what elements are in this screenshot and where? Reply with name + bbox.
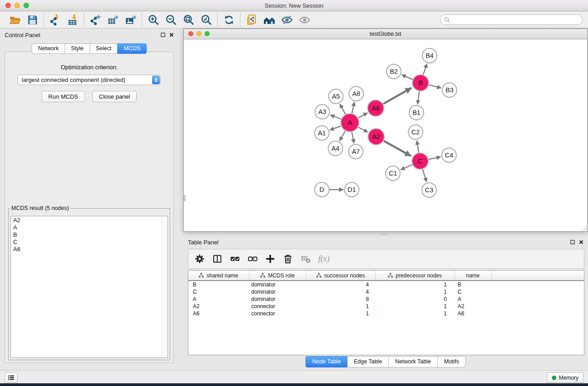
- graph-edge-C-C1[interactable]: [401, 165, 412, 170]
- zoom-fit-button[interactable]: [182, 13, 195, 26]
- graph-node-B2[interactable]: B2: [387, 64, 401, 79]
- graph-node-A3[interactable]: A3: [315, 105, 330, 119]
- hide-selected-button[interactable]: [280, 13, 293, 26]
- add-column-button[interactable]: [264, 253, 276, 265]
- graph-node-B1[interactable]: B1: [409, 105, 424, 120]
- import-network-button[interactable]: [48, 13, 62, 26]
- graph-edge-A-A7[interactable]: [352, 132, 354, 143]
- search-input[interactable]: [452, 16, 578, 24]
- refresh-button[interactable]: [222, 13, 235, 26]
- mcds-result-item[interactable]: B: [13, 231, 167, 238]
- graph-edge-A-A5[interactable]: [340, 104, 345, 114]
- open-file-button[interactable]: [8, 13, 21, 26]
- export-image-button[interactable]: [124, 13, 137, 26]
- new-network-from-selection-button[interactable]: [245, 13, 258, 26]
- criterion-select[interactable]: largest connected component (directed): [18, 75, 161, 85]
- float-table-panel-icon[interactable]: [570, 240, 575, 244]
- deselect-all-button[interactable]: [247, 253, 258, 265]
- export-network-button[interactable]: [89, 13, 102, 26]
- graph-edge-B-B4[interactable]: [423, 64, 427, 75]
- graph-node-D1[interactable]: D1: [344, 182, 359, 197]
- network-canvas[interactable]: AA1A2A3A4A5A6A7A8BB1B2B3B4CC1C2C3C4DD1: [184, 39, 587, 231]
- graph-edge-C-C4[interactable]: [429, 157, 441, 159]
- graph-node-C1[interactable]: C1: [386, 166, 400, 181]
- graph-node-C2[interactable]: C2: [408, 125, 423, 139]
- graph-node-A6[interactable]: A6: [368, 100, 384, 116]
- network-minimize-button[interactable]: [196, 31, 201, 36]
- graph-node-C[interactable]: C: [412, 153, 428, 169]
- graph-edge-A2-C[interactable]: [384, 141, 411, 156]
- graph-edge-A6-B[interactable]: [383, 88, 412, 104]
- delete-column-button[interactable]: [282, 253, 294, 265]
- close-window-button[interactable]: [5, 3, 11, 8]
- tab-edge-table[interactable]: Edge Table: [347, 356, 388, 367]
- graph-node-A4[interactable]: A4: [328, 141, 343, 156]
- graph-edge-B-B3[interactable]: [429, 85, 441, 88]
- table-row[interactable]: Bdominator41B: [188, 281, 584, 288]
- graph-node-A2[interactable]: A2: [368, 129, 384, 145]
- graph-node-B4[interactable]: B4: [422, 48, 437, 63]
- column-header-predecessor-nodes[interactable]: predecessor nodes: [375, 271, 454, 281]
- minimize-window-button[interactable]: [14, 3, 20, 8]
- table-row[interactable]: A2connector11A2: [188, 303, 584, 310]
- graph-edge-A-A3[interactable]: [330, 115, 341, 119]
- tab-mcds[interactable]: MCDS: [117, 43, 147, 54]
- zoom-out-button[interactable]: [164, 13, 177, 26]
- graph-node-B[interactable]: B: [412, 75, 429, 91]
- task-history-button[interactable]: [5, 372, 18, 383]
- mcds-result-item[interactable]: A: [13, 224, 167, 231]
- tab-select[interactable]: Select: [90, 43, 118, 54]
- tab-style[interactable]: Style: [65, 43, 90, 54]
- select-all-button[interactable]: [229, 253, 241, 265]
- graph-edge-A-A6[interactable]: [358, 113, 367, 118]
- graph-edge-A-A4[interactable]: [339, 131, 345, 141]
- graph-edge-A-A8[interactable]: [352, 102, 354, 114]
- graph-node-A7[interactable]: A7: [349, 144, 363, 159]
- toggle-column-display-button[interactable]: [211, 253, 223, 265]
- tab-motifs[interactable]: Motifs: [437, 356, 466, 367]
- graph-edge-B-B2[interactable]: [402, 75, 413, 79]
- mcds-result-item[interactable]: C: [13, 238, 167, 246]
- tab-network-table[interactable]: Network Table: [388, 356, 437, 367]
- close-panel-button[interactable]: Close panel: [92, 91, 137, 102]
- column-header-successor-nodes[interactable]: successor nodes: [306, 271, 375, 281]
- graph-node-C4[interactable]: C4: [442, 148, 456, 162]
- export-table-button[interactable]: [106, 13, 120, 26]
- column-header-mcds-role[interactable]: MCDS role: [249, 271, 306, 281]
- run-mcds-button[interactable]: Run MCDS: [42, 91, 85, 102]
- close-panel-icon[interactable]: [169, 33, 174, 37]
- mcds-result-item[interactable]: A2: [13, 217, 167, 224]
- memory-button[interactable]: Memory: [547, 372, 583, 383]
- zoom-selected-button[interactable]: [200, 13, 213, 26]
- tab-network[interactable]: Network: [32, 43, 65, 54]
- graph-node-A[interactable]: A: [341, 114, 359, 132]
- graph-edge-A-A1[interactable]: [330, 126, 341, 130]
- graph-edge-B-B1[interactable]: [418, 91, 420, 104]
- import-table-button[interactable]: [66, 13, 79, 26]
- graph-node-A1[interactable]: A1: [315, 126, 329, 140]
- zoom-in-button[interactable]: [147, 13, 160, 26]
- tab-node-table[interactable]: Node Table: [306, 356, 347, 367]
- graph-node-B3[interactable]: B3: [442, 83, 457, 97]
- column-header-name[interactable]: name: [454, 271, 491, 281]
- panel-splitter-handle[interactable]: [380, 232, 387, 235]
- network-close-button[interactable]: [188, 31, 193, 36]
- table-row[interactable]: Adominator80A: [188, 295, 584, 303]
- search-box[interactable]: [440, 14, 583, 25]
- resize-grip-icon[interactable]: [581, 225, 587, 231]
- network-zoom-button[interactable]: [205, 31, 210, 36]
- graph-edge-C-C3[interactable]: [423, 169, 427, 182]
- zoom-window-button[interactable]: [24, 3, 29, 8]
- graph-node-D[interactable]: D: [315, 182, 329, 197]
- canvas-left-scrollbar-thumb[interactable]: [184, 195, 186, 201]
- first-neighbors-button[interactable]: [263, 13, 276, 26]
- close-table-panel-icon[interactable]: [579, 240, 583, 244]
- settings-gear-button[interactable]: [194, 253, 206, 265]
- graph-node-C3[interactable]: C3: [422, 183, 436, 197]
- graph-node-A5[interactable]: A5: [329, 89, 343, 104]
- float-panel-icon[interactable]: [161, 33, 165, 37]
- graph-edge-A-A2[interactable]: [359, 127, 368, 132]
- save-session-button[interactable]: [26, 13, 39, 26]
- mcds-result-item[interactable]: A6: [13, 246, 167, 253]
- column-header-shared-name[interactable]: shared name: [188, 271, 249, 281]
